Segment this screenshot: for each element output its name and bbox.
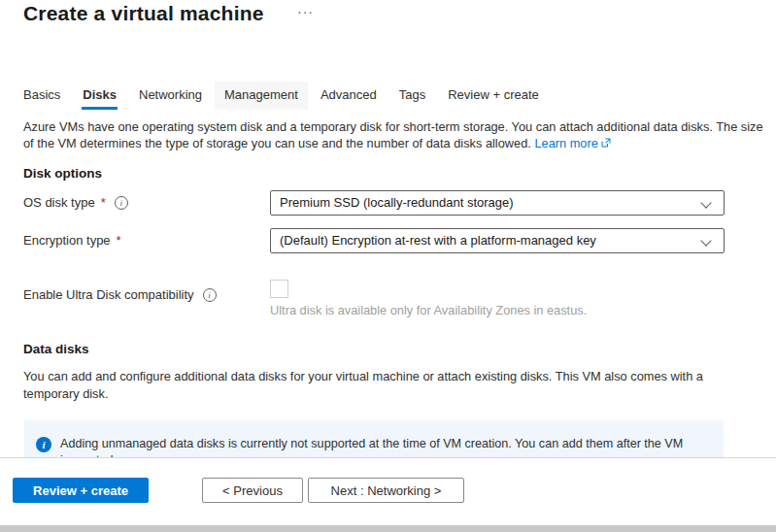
encryption-type-dropdown[interactable]: (Default) Encryption at-rest with a plat… xyxy=(270,228,725,253)
disk-options-heading: Disk options xyxy=(23,166,102,181)
disks-tab-description: Azure VMs have one operating system disk… xyxy=(23,118,763,151)
chevron-down-icon xyxy=(700,235,711,246)
tab-disks[interactable]: Disks xyxy=(73,82,126,110)
encryption-type-value: (Default) Encryption at-rest with a plat… xyxy=(280,233,596,248)
tab-networking[interactable]: Networking xyxy=(129,82,212,110)
tab-advanced[interactable]: Advanced xyxy=(311,82,387,110)
tab-management[interactable]: Management xyxy=(215,82,308,110)
os-disk-type-label-text: OS disk type xyxy=(23,195,95,210)
review-create-button[interactable]: Review + create xyxy=(13,478,149,503)
os-disk-type-dropdown[interactable]: Premium SSD (locally-redundant storage) xyxy=(270,190,725,216)
tab-bar: Basics Disks Networking Management Advan… xyxy=(14,82,549,110)
data-disks-heading: Data disks xyxy=(23,342,89,356)
info-icon[interactable]: i xyxy=(115,196,128,210)
ultra-disk-checkbox[interactable] xyxy=(270,280,288,298)
external-link-icon xyxy=(601,135,611,151)
learn-more-link[interactable]: Learn more xyxy=(534,136,597,150)
data-disks-description: You can add and configure additional dat… xyxy=(23,368,737,403)
footer-bar: Review + create < Previous Next : Networ… xyxy=(0,457,776,525)
more-options-icon[interactable]: ··· xyxy=(297,4,314,19)
page-title: Create a virtual machine xyxy=(23,2,264,25)
info-icon[interactable]: i xyxy=(203,288,217,302)
next-networking-button[interactable]: Next : Networking > xyxy=(308,478,464,503)
tab-tags[interactable]: Tags xyxy=(389,82,435,110)
os-disk-type-label: OS disk type * i xyxy=(23,195,128,210)
ultra-disk-label-text: Enable Ultra Disk compatibility xyxy=(23,287,194,302)
bottom-scrollbar-strip xyxy=(0,525,776,532)
description-text: Azure VMs have one operating system disk… xyxy=(23,119,763,150)
chevron-down-icon xyxy=(700,197,711,208)
ultra-disk-helper-text: Ultra disk is available only for Availab… xyxy=(270,303,587,317)
encryption-type-label-text: Encryption type xyxy=(23,233,111,248)
required-asterisk: * xyxy=(101,195,106,210)
encryption-type-label: Encryption type * xyxy=(23,233,121,248)
tab-basics[interactable]: Basics xyxy=(14,82,70,110)
ultra-disk-label: Enable Ultra Disk compatibility i xyxy=(23,287,217,302)
info-filled-icon: i xyxy=(36,437,51,452)
os-disk-type-value: Premium SSD (locally-redundant storage) xyxy=(280,195,514,210)
previous-button[interactable]: < Previous xyxy=(202,478,303,503)
tab-review-create[interactable]: Review + create xyxy=(438,82,549,110)
required-asterisk: * xyxy=(117,233,121,248)
